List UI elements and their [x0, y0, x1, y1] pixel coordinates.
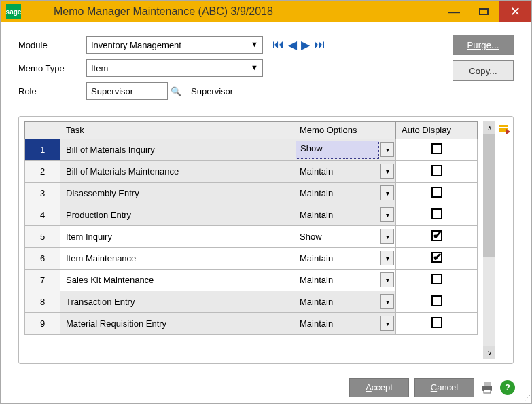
- row-number: 5: [25, 226, 60, 248]
- row-number: 8: [25, 291, 60, 313]
- scroll-up-icon[interactable]: ∧: [483, 121, 495, 134]
- role-display: Supervisor: [191, 86, 233, 96]
- scrollbar[interactable]: ∧ ∨: [483, 121, 495, 359]
- purge-button[interactable]: Purge...: [453, 35, 514, 55]
- chevron-down-icon[interactable]: ▾: [380, 207, 394, 222]
- memo-cell[interactable]: Show▾: [294, 139, 396, 161]
- row-number: 4: [25, 204, 60, 226]
- row-number: 7: [25, 270, 60, 291]
- copy-button[interactable]: Copy...: [453, 60, 514, 81]
- auto-cell[interactable]: [396, 248, 478, 270]
- accept-button[interactable]: Accept: [349, 378, 409, 397]
- chevron-down-icon[interactable]: ▾: [380, 229, 394, 244]
- checkbox[interactable]: [431, 208, 442, 219]
- table-row[interactable]: 4Production EntryMaintain▾: [25, 204, 478, 226]
- memo-cell[interactable]: Maintain▾: [294, 270, 396, 291]
- auto-cell[interactable]: [396, 313, 478, 335]
- col-rownum: [25, 122, 60, 139]
- chevron-down-icon[interactable]: ▾: [380, 185, 394, 200]
- scroll-thumb[interactable]: [483, 134, 495, 257]
- chevron-down-icon[interactable]: ▾: [380, 316, 394, 331]
- resize-grip[interactable]: ⋰: [524, 394, 529, 401]
- chevron-down-icon[interactable]: ▾: [380, 164, 394, 179]
- task-cell: Item Inquiry: [60, 226, 294, 248]
- scroll-down-icon[interactable]: ∨: [483, 346, 495, 359]
- window-title: Memo Manager Maintenance (ABC) 3/9/2018: [26, 5, 439, 18]
- grid-settings-icon[interactable]: [498, 124, 510, 134]
- memo-cell[interactable]: Maintain▾: [294, 183, 396, 204]
- checkbox[interactable]: [431, 295, 442, 306]
- auto-cell[interactable]: [396, 291, 478, 313]
- nav-next-icon[interactable]: ▶: [301, 38, 310, 52]
- module-combo[interactable]: Inventory Management ▼: [86, 36, 263, 54]
- checkbox[interactable]: [431, 274, 442, 284]
- memo-cell[interactable]: Show▾: [294, 226, 396, 248]
- row-number: 3: [25, 183, 60, 204]
- memo-cell[interactable]: Maintain▾: [294, 291, 396, 313]
- footer: Accept Cancel ? ⋰: [1, 371, 531, 403]
- checkbox[interactable]: [431, 317, 442, 328]
- checkbox[interactable]: [431, 165, 442, 176]
- table-row[interactable]: 1Bill of Materials InquiryShow▾: [25, 139, 478, 161]
- minimize-button[interactable]: [439, 1, 469, 22]
- table-row[interactable]: 7Sales Kit MaintenanceMaintain▾: [25, 270, 478, 291]
- row-number: 2: [25, 161, 60, 183]
- table-row[interactable]: 6Item MaintenanceMaintain▾: [25, 248, 478, 270]
- memotype-value: Item: [91, 63, 108, 73]
- auto-cell[interactable]: [396, 270, 478, 291]
- auto-cell[interactable]: [396, 161, 478, 183]
- checkbox[interactable]: [431, 143, 442, 154]
- help-icon[interactable]: ?: [500, 380, 515, 395]
- auto-cell[interactable]: [396, 139, 478, 161]
- chevron-down-icon[interactable]: ▾: [380, 142, 394, 157]
- close-button[interactable]: [499, 1, 531, 22]
- task-grid: Task Memo Options Auto Display 1Bill of …: [18, 116, 514, 364]
- nav-last-icon[interactable]: ⏭: [314, 38, 325, 52]
- memo-cell[interactable]: Maintain▾: [294, 161, 396, 183]
- checkbox[interactable]: [431, 230, 442, 241]
- print-icon[interactable]: [480, 380, 495, 395]
- chevron-down-icon[interactable]: ▾: [380, 251, 394, 265]
- table-row[interactable]: 5Item InquiryShow▾: [25, 226, 478, 248]
- table-row[interactable]: 9Material Requisition EntryMaintain▾: [25, 313, 478, 335]
- auto-cell[interactable]: [396, 226, 478, 248]
- chevron-down-icon[interactable]: ▾: [380, 272, 394, 287]
- search-icon[interactable]: 🔍: [168, 83, 184, 99]
- task-cell: Bill of Materials Maintenance: [60, 161, 294, 183]
- svg-rect-0: [499, 125, 508, 127]
- memo-cell[interactable]: Maintain▾: [294, 248, 396, 270]
- row-number: 9: [25, 313, 60, 335]
- table-row[interactable]: 2Bill of Materials MaintenanceMaintain▾: [25, 161, 478, 183]
- role-label: Role: [18, 86, 86, 96]
- cancel-button[interactable]: Cancel: [414, 378, 474, 397]
- table-row[interactable]: 3Disassembly EntryMaintain▾: [25, 183, 478, 204]
- task-cell: Disassembly Entry: [60, 183, 294, 204]
- chevron-down-icon: ▼: [251, 40, 258, 48]
- col-memo[interactable]: Memo Options: [294, 122, 396, 139]
- auto-cell[interactable]: [396, 183, 478, 204]
- nav-prev-icon[interactable]: ◀: [288, 38, 297, 52]
- checkbox[interactable]: [431, 187, 442, 198]
- role-input[interactable]: Supervisor: [86, 82, 168, 100]
- svg-rect-1: [499, 128, 508, 130]
- memotype-label: Memo Type: [18, 63, 86, 73]
- checkbox[interactable]: [431, 252, 442, 263]
- task-cell: Transaction Entry: [60, 291, 294, 313]
- nav-first-icon[interactable]: ⏮: [272, 38, 284, 52]
- maximize-button[interactable]: [469, 1, 499, 22]
- memo-cell[interactable]: Maintain▾: [294, 204, 396, 226]
- role-value: Supervisor: [91, 86, 133, 96]
- row-number: 1: [25, 139, 60, 161]
- task-cell: Bill of Materials Inquiry: [60, 139, 294, 161]
- task-cell: Sales Kit Maintenance: [60, 270, 294, 291]
- chevron-down-icon[interactable]: ▾: [380, 294, 394, 309]
- auto-cell[interactable]: [396, 204, 478, 226]
- col-task[interactable]: Task: [60, 122, 294, 139]
- titlebar: sage Memo Manager Maintenance (ABC) 3/9/…: [1, 1, 531, 22]
- col-auto[interactable]: Auto Display: [396, 122, 478, 139]
- memotype-combo[interactable]: Item ▼: [86, 59, 263, 77]
- task-cell: Item Maintenance: [60, 248, 294, 270]
- table-row[interactable]: 8Transaction EntryMaintain▾: [25, 291, 478, 313]
- memo-cell[interactable]: Maintain▾: [294, 313, 396, 335]
- task-cell: Production Entry: [60, 204, 294, 226]
